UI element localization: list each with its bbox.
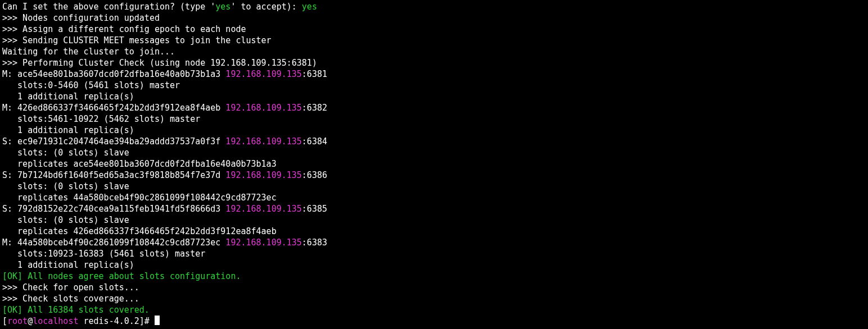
shell-user: root: [7, 316, 28, 326]
terminal-line: Waiting for the cluster to join...: [2, 46, 866, 57]
user-input[interactable]: yes: [302, 2, 317, 12]
prompt-text: Can I set the above configuration? (type…: [2, 2, 215, 12]
status-line: Waiting for the cluster to join...: [2, 47, 175, 57]
terminal-line: >>> Check for open slots...: [2, 282, 866, 293]
terminal-line: replicates 426ed866337f3466465f242b2dd3f…: [2, 226, 866, 237]
node-slots: slots: (0 slots) slave: [2, 215, 129, 225]
ok-line: [OK] All 16384 slots covered.: [2, 305, 150, 315]
prompt-text: ' to accept):: [230, 2, 301, 12]
node-extra: replicates ace54ee801ba3607dcd0f2dfba16e…: [2, 159, 277, 169]
node-address: 192.168.109.135:6381: [210, 58, 312, 68]
node-port: :6385: [302, 204, 327, 214]
terminal-line: >>> Assign a different config epoch to e…: [2, 24, 866, 35]
node-extra: 1 additional replica(s): [2, 260, 134, 270]
terminal-line: Can I set the above configuration? (type…: [2, 1, 866, 12]
terminal-line: [OK] All nodes agree about slots configu…: [2, 271, 866, 282]
terminal-line: 1 additional replica(s): [2, 259, 866, 271]
terminal-line: slots: (0 slots) slave: [2, 181, 866, 192]
terminal-line: [root@localhost redis-4.0.2]#: [2, 316, 866, 327]
node-port: :6382: [302, 103, 327, 113]
node-ip: 192.168.109.135: [225, 136, 301, 147]
terminal-line: >>> Performing Cluster Check (using node…: [2, 57, 866, 68]
terminal-line: >>> Sending CLUSTER MEET messages to joi…: [2, 35, 866, 46]
status-line: >>> Check slots coverage...: [2, 294, 139, 304]
node-slots: slots:10923-16383 (5461 slots) master: [2, 249, 205, 259]
shell-at: @: [28, 316, 33, 326]
cursor[interactable]: [155, 316, 160, 325]
shell-dir: redis-4.0.2: [78, 316, 139, 326]
status-line: >>> Nodes configuration updated: [2, 13, 160, 23]
shell-bracket: ]#: [139, 316, 155, 326]
node-slots: slots: (0 slots) slave: [2, 148, 129, 158]
status-line: >>> Sending CLUSTER MEET messages to joi…: [2, 35, 272, 45]
terminal-line: slots:0-5460 (5461 slots) master: [2, 80, 866, 91]
terminal-line: slots:5461-10922 (5462 slots) master: [2, 113, 866, 125]
node-port: :6386: [302, 170, 327, 180]
terminal-line: replicates ace54ee801ba3607dcd0f2dfba16e…: [2, 158, 866, 170]
terminal-output[interactable]: Can I set the above configuration? (type…: [2, 1, 866, 327]
terminal-line: S: ec9e71931c2047464ae394ba29addd37537a0…: [2, 136, 866, 147]
node-port: :6383: [302, 237, 327, 248]
terminal-line: M: ace54ee801ba3607dcd0f2dfba16e40a0b73b…: [2, 68, 866, 80]
node-extra: replicates 44a580bceb4f90c2861099f108442…: [2, 193, 277, 203]
terminal-line: 1 additional replica(s): [2, 91, 866, 102]
node-ip: 192.168.109.135: [225, 170, 301, 180]
node-ip: 192.168.109.135: [225, 204, 301, 214]
node-id: S: 7b7124bd6f1640f5ed65a3ac3f9818b854f7e…: [2, 170, 225, 180]
prompt-yes-token: yes: [215, 2, 230, 12]
node-slots: slots: (0 slots) slave: [2, 181, 129, 191]
terminal-line: slots:10923-16383 (5461 slots) master: [2, 248, 866, 259]
node-id: M: ace54ee801ba3607dcd0f2dfba16e40a0b73b…: [2, 69, 225, 79]
shell-host: localhost: [33, 316, 78, 326]
terminal-line: [OK] All 16384 slots covered.: [2, 304, 866, 316]
terminal-line: M: 44a580bceb4f90c2861099f108442c9cd8772…: [2, 237, 866, 248]
node-id: M: 44a580bceb4f90c2861099f108442c9cd8772…: [2, 237, 225, 248]
terminal-line: S: 792d8152e22c740cea9a115feb1941fd5f866…: [2, 203, 866, 214]
terminal-line: >>> Check slots coverage...: [2, 293, 866, 304]
node-port: :6381: [302, 69, 327, 79]
node-extra: 1 additional replica(s): [2, 92, 134, 102]
node-id: S: 792d8152e22c740cea9a115feb1941fd5f866…: [2, 204, 225, 214]
terminal-line: replicates 44a580bceb4f90c2861099f108442…: [2, 192, 866, 203]
status-line: ): [312, 58, 317, 68]
terminal-line: S: 7b7124bd6f1640f5ed65a3ac3f9818b854f7e…: [2, 170, 866, 181]
node-id: S: ec9e71931c2047464ae394ba29addd37537a0…: [2, 136, 225, 147]
shell-bracket: [: [2, 316, 7, 326]
terminal-line: 1 additional replica(s): [2, 125, 866, 136]
terminal-line: M: 426ed866337f3466465f242b2dd3f912ea8f4…: [2, 102, 866, 113]
status-line: >>> Performing Cluster Check (using node: [2, 58, 210, 68]
node-port: :6384: [302, 136, 327, 147]
status-line: >>> Check for open slots...: [2, 282, 139, 293]
node-extra: 1 additional replica(s): [2, 125, 134, 135]
node-id: M: 426ed866337f3466465f242b2dd3f912ea8f4…: [2, 103, 225, 113]
terminal-line: slots: (0 slots) slave: [2, 147, 866, 158]
node-slots: slots:5461-10922 (5462 slots) master: [2, 114, 200, 124]
ok-line: [OK] All nodes agree about slots configu…: [2, 271, 241, 281]
node-ip: 192.168.109.135: [225, 103, 301, 113]
status-line: >>> Assign a different config epoch to e…: [2, 24, 246, 34]
node-extra: replicates 426ed866337f3466465f242b2dd3f…: [2, 226, 277, 236]
node-ip: 192.168.109.135: [225, 69, 301, 79]
terminal-line: >>> Nodes configuration updated: [2, 12, 866, 24]
node-slots: slots:0-5460 (5461 slots) master: [2, 80, 180, 90]
terminal-line: slots: (0 slots) slave: [2, 214, 866, 226]
node-ip: 192.168.109.135: [225, 237, 301, 248]
